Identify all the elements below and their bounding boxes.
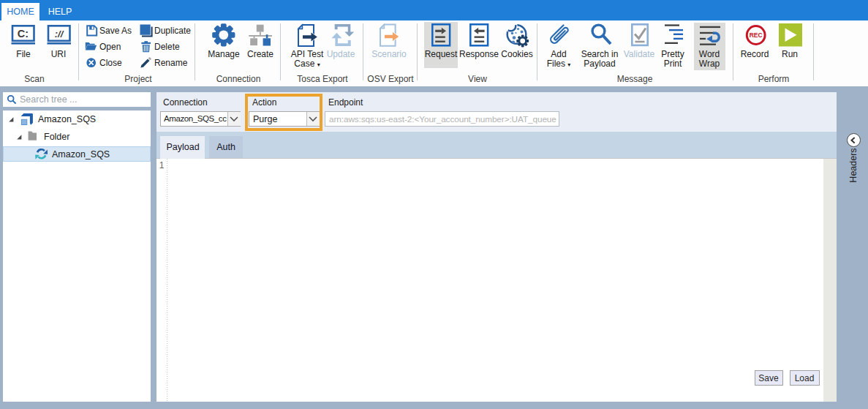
svg-text:C:: C: xyxy=(18,28,29,40)
svg-text:REC: REC xyxy=(750,31,763,39)
svg-text:://: :// xyxy=(55,29,64,40)
